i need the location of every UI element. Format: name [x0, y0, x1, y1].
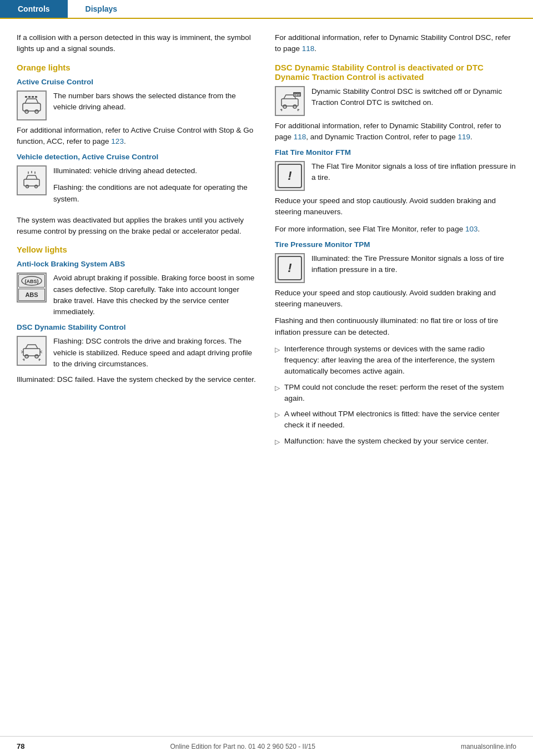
tpm-exclamation: !	[278, 256, 302, 280]
svg-point-8	[26, 185, 29, 188]
vehicle-detection-icon	[17, 165, 47, 195]
abs-top-icon: (ABS)	[18, 274, 45, 288]
active-cruise-text: The number bars shows the selected dista…	[53, 90, 258, 113]
dsc-svg	[19, 339, 44, 363]
bullet-arrow-3: ▷	[275, 410, 280, 431]
orange-lights-title: Orange lights	[17, 63, 258, 72]
abs-bottom-label: ABS	[18, 289, 45, 301]
svg-text:(ABS): (ABS)	[25, 279, 39, 284]
active-cruise-row: The number bars shows the selected dista…	[17, 90, 258, 120]
antilock-title: Anti-lock Braking System ABS	[17, 260, 258, 268]
tpm-bullet-2: ▷ TPM could not conclude the reset: perf…	[275, 382, 516, 405]
dsc-illuminated-text: Illuminated: DSC failed. Have the system…	[17, 374, 258, 385]
svg-rect-7	[24, 179, 39, 186]
header-tabs: Controls Displays	[0, 0, 533, 19]
bullet-arrow-4: ▷	[275, 437, 280, 447]
bullet-arrow-2: ▷	[275, 383, 280, 405]
dsc-icon	[17, 336, 47, 366]
active-cruise-title: Active Cruise Control	[17, 78, 258, 86]
footer: 78 Online Edition for Part no. 01 40 2 9…	[0, 736, 533, 756]
tpm-row: ! Illuminated: the Tire Pressure Monitor…	[275, 253, 516, 283]
abs-stacked-icon: (ABS) ABS	[18, 274, 45, 301]
tpm-bullet-3: ▷ A wheel without TPM electronics is fit…	[275, 409, 516, 431]
bullet-arrow-1: ▷	[275, 345, 280, 377]
svg-point-17	[35, 355, 38, 358]
dsc-deactivated-text: Dynamic Stability Control DSC is switche…	[311, 86, 516, 109]
main-content: If a collision with a person detected in…	[0, 19, 533, 485]
flat-tire-reduce: Reduce your speed and stop cautiously. A…	[275, 195, 516, 218]
vehicle-detection-svg	[19, 168, 44, 193]
svg-rect-6	[35, 96, 37, 98]
svg-point-2	[35, 110, 38, 113]
dsc-off-svg: OFF	[278, 89, 302, 113]
vehicle-detection-row: Illuminated: vehicle driving ahead detec…	[17, 165, 258, 210]
dsc-additional-note: For additional information, refer to Dyn…	[275, 32, 516, 55]
svg-rect-0	[23, 103, 41, 111]
active-cruise-icon	[17, 90, 47, 120]
footer-center-text: Online Edition for Part no. 01 40 2 960 …	[170, 743, 315, 750]
yellow-lights-title: Yellow lights	[17, 245, 258, 254]
flat-tire-note: For more information, see Flat Tire Moni…	[275, 224, 516, 235]
svg-rect-5	[32, 96, 34, 98]
tpm-flashing: Flashing and then continuously illuminat…	[275, 315, 516, 338]
dsc-page-link2[interactable]: 118	[294, 133, 306, 141]
cruise-control-svg	[19, 93, 44, 118]
active-cruise-page-link[interactable]: 123	[111, 137, 124, 145]
tab-displays[interactable]: Displays	[68, 0, 135, 18]
dsc-deactivated-icon: OFF	[275, 86, 305, 116]
dsc-row: Flashing: DSC controls the drive and bra…	[17, 336, 258, 370]
antilock-text: Avoid abrupt braking if possible. Brakin…	[53, 273, 258, 317]
tab-controls[interactable]: Controls	[0, 0, 68, 18]
antilock-row: (ABS) ABS Avoid abrupt braking if possib…	[17, 273, 258, 317]
svg-rect-4	[28, 96, 31, 98]
svg-point-20	[293, 105, 296, 108]
dsc-dynamic-title: DSC Dynamic Stability Control	[17, 323, 258, 331]
tpm-reduce: Reduce your speed and stop cautiously. A…	[275, 288, 516, 310]
vehicle-detection-title: Vehicle detection, Active Cruise Control	[17, 153, 258, 161]
flat-tire-row: ! The Flat Tire Monitor signals a loss o…	[275, 161, 516, 191]
svg-rect-3	[25, 96, 27, 98]
tpm-title: Tire Pressure Monitor TPM	[275, 240, 516, 249]
svg-text:OFF: OFF	[294, 93, 300, 97]
dsc-page-link[interactable]: 118	[302, 44, 315, 53]
left-column: If a collision with a person detected in…	[17, 32, 258, 451]
flat-tire-title: Flat Tire Monitor FTM	[275, 148, 516, 157]
abs-icon: (ABS) ABS	[17, 273, 47, 303]
footer-right-text: manualsonline.info	[461, 743, 516, 750]
vehicle-detection-note: The system was deactivated but applies t…	[17, 215, 258, 238]
right-column: For additional information, refer to Dyn…	[275, 32, 516, 451]
dsc-additional-note2: For additional information, refer to Dyn…	[275, 120, 516, 143]
svg-point-1	[25, 110, 28, 113]
tpm-bullet-list: ▷ Interference through systems or device…	[275, 344, 516, 447]
active-cruise-note: For additional information, refer to Act…	[17, 125, 258, 148]
flat-tire-exclamation: !	[278, 164, 302, 188]
intro-text: If a collision with a person detected in…	[17, 32, 258, 55]
dsc-text: Flashing: DSC controls the drive and bra…	[53, 336, 258, 370]
dsc-page-link3[interactable]: 119	[457, 133, 470, 141]
dsc-deactivated-row: OFF Dynamic Stability Control DSC is swi…	[275, 86, 516, 116]
tpm-icon: !	[275, 253, 305, 283]
flat-tire-text: The Flat Tire Monitor signals a loss of …	[311, 161, 516, 189]
flat-tire-page-link[interactable]: 103	[465, 225, 478, 233]
page-number: 78	[17, 742, 24, 750]
tpm-bullet-4: ▷ Malfunction: have the system checked b…	[275, 436, 516, 447]
vehicle-detection-text: Illuminated: vehicle driving ahead detec…	[53, 165, 258, 210]
tpm-bullet-1: ▷ Interference through systems or device…	[275, 344, 516, 377]
svg-point-19	[283, 105, 286, 108]
flat-tire-icon: !	[275, 161, 305, 191]
svg-point-16	[25, 355, 28, 358]
dsc-deactivated-title: DSC Dynamic Stability Control is deactiv…	[275, 63, 516, 82]
tpm-icon-text: Illuminated: the Tire Pressure Monitor s…	[311, 253, 516, 276]
svg-point-9	[35, 185, 38, 188]
